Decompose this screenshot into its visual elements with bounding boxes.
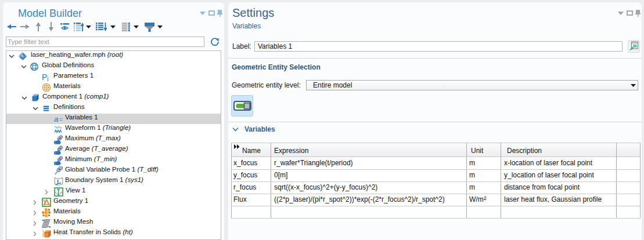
svg-text:=: =	[59, 115, 63, 123]
svg-text:P: P	[42, 72, 47, 82]
svg-text:a: a	[54, 115, 59, 123]
svg-text:i: i	[47, 75, 48, 82]
